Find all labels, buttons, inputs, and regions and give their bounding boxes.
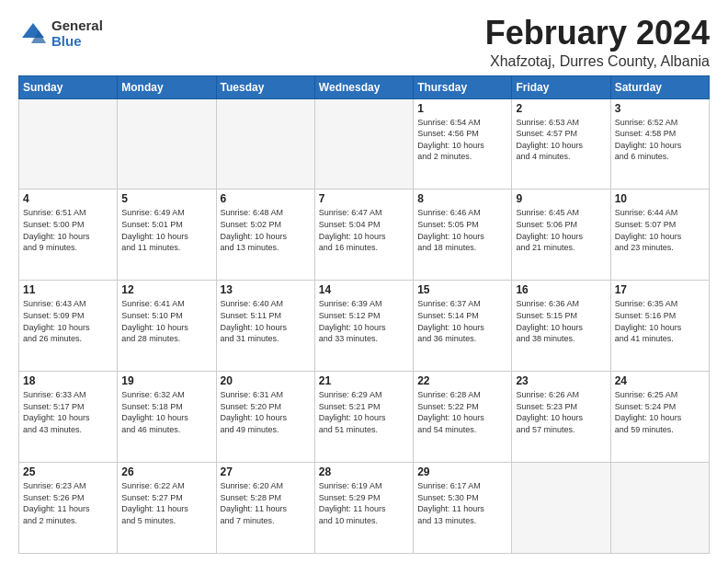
day-number: 26: [121, 465, 211, 478]
day-info: Sunrise: 6:17 AM Sunset: 5:30 PM Dayligh…: [417, 480, 507, 526]
calendar-week-row-4: 18Sunrise: 6:33 AM Sunset: 5:17 PM Dayli…: [19, 372, 710, 463]
calendar-cell: 29Sunrise: 6:17 AM Sunset: 5:30 PM Dayli…: [414, 463, 512, 554]
day-info: Sunrise: 6:22 AM Sunset: 5:27 PM Dayligh…: [121, 480, 211, 526]
day-number: 28: [319, 465, 409, 478]
header: General Blue February 2024 Xhafzotaj, Du…: [18, 15, 710, 70]
day-number: 7: [319, 192, 409, 205]
logo-icon: [18, 19, 48, 49]
calendar-header-friday: Friday: [512, 75, 610, 98]
calendar-cell: 10Sunrise: 6:44 AM Sunset: 5:07 PM Dayli…: [610, 190, 709, 281]
day-info: Sunrise: 6:37 AM Sunset: 5:14 PM Dayligh…: [417, 298, 507, 344]
calendar-cell: 7Sunrise: 6:47 AM Sunset: 5:04 PM Daylig…: [314, 190, 413, 281]
day-info: Sunrise: 6:35 AM Sunset: 5:16 PM Dayligh…: [615, 298, 705, 344]
day-number: 27: [221, 465, 311, 478]
day-number: 20: [221, 374, 311, 387]
day-number: 6: [221, 192, 311, 205]
calendar-cell: [314, 98, 413, 190]
logo-general-text: General: [51, 18, 103, 34]
day-number: 10: [615, 192, 705, 205]
calendar-cell: 5Sunrise: 6:49 AM Sunset: 5:01 PM Daylig…: [118, 190, 216, 281]
day-number: 19: [121, 374, 211, 387]
day-info: Sunrise: 6:23 AM Sunset: 5:26 PM Dayligh…: [23, 480, 113, 526]
logo-blue-text: Blue: [51, 34, 103, 50]
day-info: Sunrise: 6:43 AM Sunset: 5:09 PM Dayligh…: [23, 298, 113, 344]
day-info: Sunrise: 6:20 AM Sunset: 5:28 PM Dayligh…: [221, 480, 311, 526]
calendar-cell: 11Sunrise: 6:43 AM Sunset: 5:09 PM Dayli…: [19, 281, 118, 372]
day-info: Sunrise: 6:26 AM Sunset: 5:23 PM Dayligh…: [516, 389, 606, 435]
location-title: Xhafzotaj, Durres County, Albania: [485, 53, 710, 70]
logo: General Blue: [18, 18, 103, 49]
day-info: Sunrise: 6:40 AM Sunset: 5:11 PM Dayligh…: [221, 298, 311, 344]
day-info: Sunrise: 6:28 AM Sunset: 5:22 PM Dayligh…: [417, 389, 507, 435]
calendar-cell: 17Sunrise: 6:35 AM Sunset: 5:16 PM Dayli…: [610, 281, 709, 372]
calendar-cell: 9Sunrise: 6:45 AM Sunset: 5:06 PM Daylig…: [512, 190, 610, 281]
calendar-cell: 2Sunrise: 6:53 AM Sunset: 4:57 PM Daylig…: [512, 98, 610, 190]
calendar-cell: 27Sunrise: 6:20 AM Sunset: 5:28 PM Dayli…: [216, 463, 314, 554]
calendar-cell: 3Sunrise: 6:52 AM Sunset: 4:58 PM Daylig…: [610, 98, 709, 190]
day-info: Sunrise: 6:49 AM Sunset: 5:01 PM Dayligh…: [121, 207, 211, 253]
day-number: 13: [221, 283, 311, 296]
calendar-header-saturday: Saturday: [610, 75, 709, 98]
day-number: 9: [516, 192, 606, 205]
calendar-cell: [19, 98, 118, 190]
day-info: Sunrise: 6:52 AM Sunset: 4:58 PM Dayligh…: [615, 117, 705, 163]
month-title: February 2024: [485, 15, 710, 52]
day-number: 11: [23, 283, 113, 296]
day-info: Sunrise: 6:29 AM Sunset: 5:21 PM Dayligh…: [319, 389, 409, 435]
calendar-cell: 19Sunrise: 6:32 AM Sunset: 5:18 PM Dayli…: [118, 372, 216, 463]
calendar-cell: 20Sunrise: 6:31 AM Sunset: 5:20 PM Dayli…: [216, 372, 314, 463]
day-info: Sunrise: 6:36 AM Sunset: 5:15 PM Dayligh…: [516, 298, 606, 344]
calendar-cell: 16Sunrise: 6:36 AM Sunset: 5:15 PM Dayli…: [512, 281, 610, 372]
day-info: Sunrise: 6:48 AM Sunset: 5:02 PM Dayligh…: [221, 207, 311, 253]
day-info: Sunrise: 6:32 AM Sunset: 5:18 PM Dayligh…: [121, 389, 211, 435]
day-number: 24: [615, 374, 705, 387]
day-info: Sunrise: 6:33 AM Sunset: 5:17 PM Dayligh…: [23, 389, 113, 435]
day-info: Sunrise: 6:46 AM Sunset: 5:05 PM Dayligh…: [417, 207, 507, 253]
calendar-cell: 22Sunrise: 6:28 AM Sunset: 5:22 PM Dayli…: [414, 372, 512, 463]
calendar-cell: 23Sunrise: 6:26 AM Sunset: 5:23 PM Dayli…: [512, 372, 610, 463]
day-info: Sunrise: 6:25 AM Sunset: 5:24 PM Dayligh…: [615, 389, 705, 435]
calendar-cell: 28Sunrise: 6:19 AM Sunset: 5:29 PM Dayli…: [314, 463, 413, 554]
calendar-cell: 18Sunrise: 6:33 AM Sunset: 5:17 PM Dayli…: [19, 372, 118, 463]
calendar-week-row-5: 25Sunrise: 6:23 AM Sunset: 5:26 PM Dayli…: [19, 463, 710, 554]
day-info: Sunrise: 6:41 AM Sunset: 5:10 PM Dayligh…: [121, 298, 211, 344]
calendar-cell: 6Sunrise: 6:48 AM Sunset: 5:02 PM Daylig…: [216, 190, 314, 281]
day-number: 2: [516, 102, 606, 115]
day-number: 14: [319, 283, 409, 296]
calendar-week-row-1: 1Sunrise: 6:54 AM Sunset: 4:56 PM Daylig…: [19, 98, 710, 190]
day-number: 29: [417, 465, 507, 478]
calendar-cell: [216, 98, 314, 190]
day-number: 15: [417, 283, 507, 296]
title-block: February 2024 Xhafzotaj, Durres County, …: [485, 15, 710, 70]
calendar-week-row-3: 11Sunrise: 6:43 AM Sunset: 5:09 PM Dayli…: [19, 281, 710, 372]
day-number: 17: [615, 283, 705, 296]
day-info: Sunrise: 6:31 AM Sunset: 5:20 PM Dayligh…: [221, 389, 311, 435]
day-info: Sunrise: 6:45 AM Sunset: 5:06 PM Dayligh…: [516, 207, 606, 253]
day-number: 18: [23, 374, 113, 387]
day-info: Sunrise: 6:53 AM Sunset: 4:57 PM Dayligh…: [516, 117, 606, 163]
day-number: 21: [319, 374, 409, 387]
calendar-cell: [512, 463, 610, 554]
calendar-table: SundayMondayTuesdayWednesdayThursdayFrid…: [18, 75, 710, 554]
calendar-cell: 13Sunrise: 6:40 AM Sunset: 5:11 PM Dayli…: [216, 281, 314, 372]
calendar-header-wednesday: Wednesday: [314, 75, 413, 98]
calendar-cell: 14Sunrise: 6:39 AM Sunset: 5:12 PM Dayli…: [314, 281, 413, 372]
calendar-header-monday: Monday: [118, 75, 216, 98]
calendar-cell: 8Sunrise: 6:46 AM Sunset: 5:05 PM Daylig…: [414, 190, 512, 281]
day-number: 1: [417, 102, 507, 115]
calendar-header-tuesday: Tuesday: [216, 75, 314, 98]
page: General Blue February 2024 Xhafzotaj, Du…: [0, 0, 728, 563]
calendar-week-row-2: 4Sunrise: 6:51 AM Sunset: 5:00 PM Daylig…: [19, 190, 710, 281]
day-number: 5: [121, 192, 211, 205]
day-info: Sunrise: 6:51 AM Sunset: 5:00 PM Dayligh…: [23, 207, 113, 253]
calendar-header-thursday: Thursday: [414, 75, 512, 98]
calendar-cell: 26Sunrise: 6:22 AM Sunset: 5:27 PM Dayli…: [118, 463, 216, 554]
day-info: Sunrise: 6:54 AM Sunset: 4:56 PM Dayligh…: [417, 117, 507, 163]
calendar-cell: 12Sunrise: 6:41 AM Sunset: 5:10 PM Dayli…: [118, 281, 216, 372]
calendar-header-row: SundayMondayTuesdayWednesdayThursdayFrid…: [19, 75, 710, 98]
day-number: 23: [516, 374, 606, 387]
calendar-header-sunday: Sunday: [19, 75, 118, 98]
day-info: Sunrise: 6:47 AM Sunset: 5:04 PM Dayligh…: [319, 207, 409, 253]
calendar-cell: 1Sunrise: 6:54 AM Sunset: 4:56 PM Daylig…: [414, 98, 512, 190]
calendar-cell: 15Sunrise: 6:37 AM Sunset: 5:14 PM Dayli…: [414, 281, 512, 372]
